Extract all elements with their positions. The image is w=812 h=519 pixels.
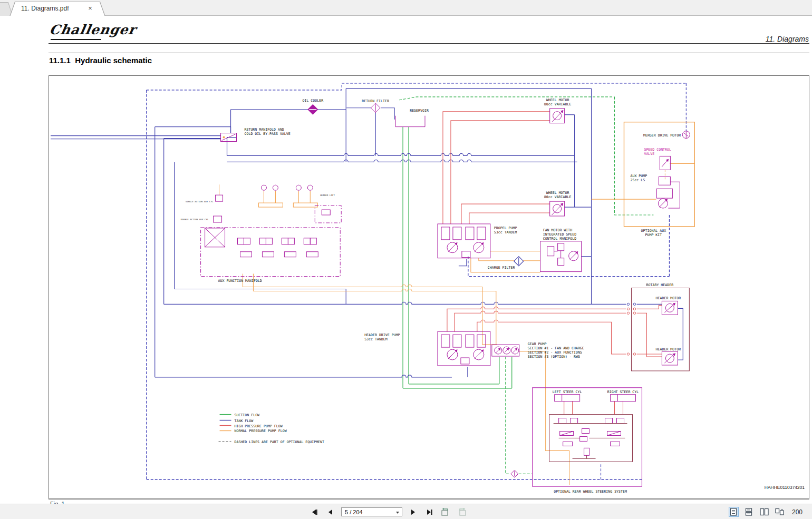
previous-page-button[interactable] (325, 506, 336, 518)
challenger-logo: Challenger (48, 22, 137, 37)
merger-drive-motor-symbol (682, 131, 690, 139)
label-gear-pump-4: SECTION #3 (OPTION) - RWS (528, 355, 580, 359)
fan-motor-manifold-symbol (540, 241, 582, 272)
back-view-icon (441, 508, 450, 516)
header-motor-1-symbol (662, 301, 678, 315)
forward-view-icon (457, 508, 467, 516)
label-propel-pump-2: 53cc TANDEM (494, 230, 517, 234)
first-page-button[interactable] (308, 506, 320, 518)
label-return-filter: RETURN FILTER (362, 99, 389, 103)
facing-pages-view-icon (760, 508, 769, 516)
zoom-level-value[interactable]: 200 (792, 508, 803, 516)
legend-label-tank: TANK FLOW (235, 419, 254, 423)
legend-label-high-pressure: HIGH PRESSURE PUMP FLOW (235, 424, 283, 428)
label-optional-aux-2: PUMP KIT (645, 233, 662, 237)
label-rotary-header: ROTARY HEADER (646, 283, 674, 287)
close-icon[interactable]: × (86, 4, 94, 12)
forward-view-button[interactable] (456, 506, 468, 518)
flow-legend: SUCTION FLOW TANK FLOW HIGH PRESSURE PUM… (219, 413, 324, 445)
tab-title: 11. Diagrams.pdf (21, 5, 69, 12)
rws-strainer-symbol (511, 470, 518, 477)
suction-lines (399, 97, 653, 474)
charge-filter-symbol (514, 257, 524, 266)
label-right-steer-cyl: RIGHT STEER CYL (607, 390, 639, 394)
continuous-view-button[interactable] (744, 507, 754, 517)
oil-cooler-symbol (307, 104, 318, 115)
propel-pump-symbol (438, 224, 490, 258)
label-merger-drive-motor: MERGER DRIVE MOTOR (643, 133, 681, 138)
label-wheel-motor-1b: 80cc VARIABLE (544, 102, 572, 106)
label-header-drive-pump-2: 53cc TANDEM (364, 337, 388, 341)
label-gear-pump-2: SECTION #1 - FAN AND CHARGE (528, 346, 584, 350)
hydraulic-schematic: SUCTION FLOW TANK FLOW HIGH PRESSURE PUM… (49, 76, 809, 498)
label-wheel-motor-2a: WHEEL MOTOR (546, 191, 569, 195)
legend-label-normal-pressure: NORMAL PRESSURE PUMP FLOW (235, 429, 287, 433)
label-aux-pump-2: 25cc LS (630, 178, 645, 182)
label-return-manifold-2: COLD OIL BY-PASS VALVE (244, 132, 290, 136)
label-gear-pump-1: GEAR PUMP (528, 342, 547, 346)
bottom-toolbar: 5 / 204 (0, 504, 812, 519)
return-filter-symbol (371, 103, 380, 113)
label-header-lift: HEADER LIFT (320, 194, 335, 197)
label-speed-control-2: VALVE (644, 152, 654, 156)
aux-function-manifold-symbol (201, 185, 342, 276)
label-oil-cooler: OIL COOLER (302, 99, 323, 103)
legend-note: DASHED LINES ARE PART OF OPTIONAL EQUIPM… (235, 440, 325, 444)
label-reservoir: RESERVOIR (410, 109, 429, 113)
label-header-drive-pump-1: HEADER DRIVE PUMP (364, 333, 400, 337)
label-return-manifold-1: RETURN MANIFOLD AND (244, 128, 284, 132)
label-fan-motor-1: FAN MOTOR WITH (543, 228, 573, 232)
first-page-icon (311, 509, 318, 515)
label-optional-aux-1: OPTIONAL AUX (641, 229, 666, 233)
wheel-motor-1-symbol (550, 109, 565, 123)
book-view-icon (775, 508, 784, 516)
left-steer-cylinder-symbol (555, 395, 580, 402)
back-view-button[interactable] (440, 506, 451, 518)
label-propel-pump-1: PROPEL PUMP (494, 226, 517, 230)
label-header-motor-2: HEADER MOTOR (656, 347, 681, 351)
header-rule-1 (49, 43, 809, 44)
reservoir-symbol (395, 116, 425, 127)
label-left-steer-cyl: LEFT STEER CYL (553, 390, 582, 394)
header-motor-2-symbol (662, 351, 678, 365)
label-fan-motor-2: INTEGRATED SPEED (543, 232, 576, 237)
pdf-page: Challenger 11. Diagrams 11.1.1 Hydraulic… (0, 16, 812, 504)
document-number: HAHHE0110374201 (765, 485, 805, 490)
last-page-icon (426, 509, 433, 515)
label-optional-rws: OPTIONAL REAR WHEEL STEERING SYSTEM (554, 489, 627, 494)
rear-wheel-steering-box (533, 388, 642, 486)
next-page-icon (410, 509, 416, 515)
schematic-frame: SUCTION FLOW TANK FLOW HIGH PRESSURE PUM… (49, 75, 809, 500)
tab-diagrams-pdf[interactable]: 11. Diagrams.pdf × (9, 2, 105, 16)
wheel-motor-2-symbol (550, 201, 565, 216)
label-double-action-cyl: DOUBLE ACTION AUX CYL (181, 218, 209, 221)
single-page-view-button[interactable] (729, 507, 739, 517)
chevron-down-icon (396, 512, 399, 514)
label-header-motor-1: HEADER MOTOR (656, 296, 681, 300)
tab-bar: 11. Diagrams.pdf × (0, 0, 812, 16)
next-page-button[interactable] (407, 506, 419, 518)
label-wheel-motor-1a: WHEEL MOTOR (546, 98, 569, 102)
high-pressure-lines (443, 112, 662, 415)
continuous-view-icon (745, 508, 752, 516)
normal-pressure-lines (219, 163, 695, 485)
book-view-button[interactable] (775, 507, 785, 517)
previous-page-icon (327, 509, 334, 515)
label-speed-control-1: SPEED CONTROL (644, 148, 671, 152)
legend-label-suction: SUCTION FLOW (235, 413, 260, 417)
facing-pages-view-button[interactable] (759, 507, 769, 517)
page-number-dropdown[interactable]: 5 / 204 (341, 507, 402, 516)
label-charge-filter: CHARGE FILTER (488, 266, 515, 270)
last-page-button[interactable] (423, 506, 435, 518)
section-reference: 11. Diagrams (766, 35, 809, 43)
single-page-view-icon (730, 508, 737, 516)
header-rule-2 (49, 53, 809, 53)
page-title: 11.1.1 Hydraulic schematic (49, 56, 152, 65)
label-fan-motor-3: CONTROL MANIFOLD (543, 237, 576, 241)
page-number-value: 5 / 204 (345, 509, 363, 515)
label-aux-pump-1: AUX PUMP (630, 174, 647, 178)
label-gear-pump-3: SECTION #2 - AUX FUNCTIONS (528, 350, 582, 355)
label-wheel-motor-2b: 80cc VARIABLE (544, 195, 572, 199)
right-steer-cylinder-symbol (611, 395, 636, 402)
logo-flourish (51, 39, 101, 40)
